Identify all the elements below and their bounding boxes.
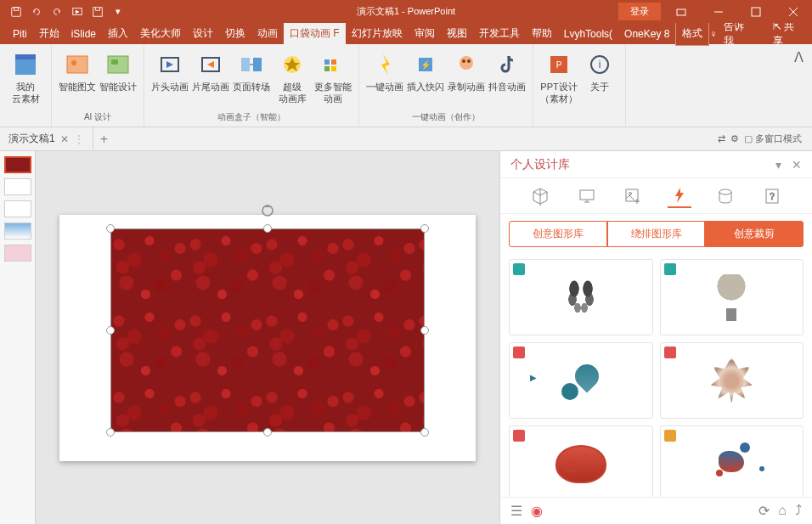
resize-handle[interactable] [263, 428, 272, 437]
collapse-ribbon-icon[interactable]: ᐱ [786, 44, 812, 127]
resize-handle[interactable] [420, 428, 429, 437]
cloud-material-button[interactable]: 我的 云素材 [7, 51, 44, 105]
super-animlib-button[interactable]: 超级 动画库 [273, 51, 311, 105]
minimize-icon[interactable] [702, 0, 736, 23]
subtab-creative-shapes[interactable]: 创意图形库 [509, 221, 607, 247]
svg-text:?: ? [770, 192, 775, 201]
outro-anim-button[interactable]: 片尾动画 [192, 51, 229, 93]
subtab-wrap-shapes[interactable]: 绕排图形库 [607, 221, 706, 247]
help-icon[interactable]: ? [760, 184, 784, 208]
tab-insert[interactable]: 插入 [102, 22, 134, 45]
tab-lvyhtools[interactable]: LvyhTools( [558, 24, 618, 44]
cube-icon[interactable] [528, 184, 552, 208]
intro-anim-button[interactable]: 片头动画 [151, 51, 189, 93]
panel-dropdown-icon[interactable]: ▾ [775, 158, 781, 172]
slide-canvas[interactable] [36, 151, 499, 524]
thumb-2[interactable] [4, 178, 31, 195]
selected-image[interactable] [110, 228, 425, 432]
tab-help[interactable]: 帮助 [526, 22, 558, 45]
tab-slideshow[interactable]: 幻灯片放映 [346, 22, 409, 45]
smart-graphic-button[interactable]: 智能图文 [59, 51, 96, 93]
add-tab-button[interactable]: + [93, 132, 115, 147]
svg-rect-4 [677, 9, 685, 15]
title-bar: ▾ 演示文稿1 - PowerPoint 登录 [0, 0, 812, 23]
page-transition-button[interactable]: 页面转场 [233, 51, 270, 93]
start-icon[interactable] [68, 3, 87, 21]
smart-design-button[interactable]: 智能设计 [99, 51, 137, 93]
more-anim-button[interactable]: 更多智能 动画 [314, 51, 352, 105]
svg-rect-14 [111, 59, 118, 65]
svg-rect-22 [331, 59, 336, 65]
home-icon[interactable]: ⌂ [778, 503, 787, 519]
tell-me-input[interactable]: 告诉我 [724, 20, 748, 48]
upload-icon[interactable]: ⤴ [795, 503, 802, 519]
undo-icon[interactable] [27, 3, 46, 21]
save-icon[interactable] [7, 3, 25, 21]
redo-icon[interactable] [48, 3, 66, 21]
douyin-anim-button[interactable]: 抖音动画 [488, 51, 526, 93]
thumb-5[interactable] [4, 245, 31, 262]
template-card-butterfly[interactable] [509, 259, 653, 335]
template-card-leaf[interactable] [660, 342, 804, 419]
template-card-bulb[interactable] [660, 259, 804, 335]
slide-thumbnails [0, 151, 36, 524]
design-library-panel: 个人设计库 ▾ ✕ ? 创意图形库 绕排图形库 创意裁剪 ▶ [499, 151, 812, 524]
close-icon[interactable]: ✕ [60, 133, 69, 145]
template-card-splash[interactable] [660, 425, 804, 497]
resize-handle[interactable] [106, 224, 115, 233]
svg-rect-21 [324, 59, 330, 65]
tab-islide[interactable]: iSlide [65, 24, 102, 44]
tab-piti[interactable]: Piti [7, 24, 33, 44]
resize-handle[interactable] [420, 224, 429, 233]
about-button[interactable]: i关于 [581, 51, 618, 93]
close-icon[interactable] [776, 0, 810, 23]
lightning-icon[interactable] [668, 184, 691, 208]
panel-footer: ☰ ◉ ⟳ ⌂ ⤴ [500, 497, 812, 524]
maximize-icon[interactable] [739, 0, 773, 23]
template-card-drops[interactable]: ▶ [509, 342, 653, 419]
thumb-4[interactable] [4, 223, 31, 239]
tab-home[interactable]: 开始 [33, 22, 65, 45]
oneclick-anim-button[interactable]: 一键动画 [366, 51, 403, 93]
rotate-handle-icon[interactable] [260, 203, 275, 222]
resize-handle[interactable] [263, 224, 272, 233]
resize-handle[interactable] [106, 326, 115, 335]
gear-icon[interactable]: ⚙ [730, 133, 739, 144]
menu-icon[interactable]: ☰ [510, 503, 522, 519]
ppt-design-button[interactable]: PPPT设计 （素材） [540, 51, 578, 105]
record-anim-button[interactable]: 录制动画 [448, 51, 485, 93]
badge-icon [513, 347, 525, 358]
tab-developer[interactable]: 开发工具 [473, 22, 526, 45]
image-plus-icon[interactable] [621, 184, 645, 208]
resize-handle[interactable] [420, 326, 429, 335]
disk-icon[interactable] [713, 184, 737, 208]
refresh-icon[interactable]: ⟳ [758, 503, 770, 519]
resize-handle[interactable] [106, 428, 115, 437]
login-button[interactable]: 登录 [618, 3, 661, 20]
multiwindow-icon[interactable]: ▢ 多窗口模式 [744, 132, 802, 145]
tab-format[interactable]: 格式 [675, 21, 709, 46]
camera-icon[interactable]: ◉ [531, 503, 543, 519]
doc-tab-1[interactable]: 演示文稿1 ✕ ⋮ [0, 127, 93, 150]
save2-icon[interactable] [88, 3, 107, 21]
tab-transitions[interactable]: 切换 [219, 22, 251, 45]
tab-design[interactable]: 设计 [187, 22, 219, 45]
svg-point-29 [467, 59, 471, 63]
subtab-creative-crop[interactable]: 创意裁剪 [705, 221, 804, 247]
tab-animations[interactable]: 动画 [251, 22, 284, 45]
switch-icon[interactable]: ⇄ [718, 133, 725, 144]
template-card-pig[interactable] [509, 425, 653, 497]
tab-onekey[interactable]: OneKey 8 [618, 24, 675, 44]
panel-close-icon[interactable]: ✕ [792, 158, 802, 172]
tab-pocket-anim[interactable]: 口袋动画 F [284, 22, 346, 45]
thumb-1[interactable] [4, 156, 31, 173]
qat-more-icon[interactable]: ▾ [109, 3, 127, 21]
tab-beautify[interactable]: 美化大师 [134, 22, 187, 45]
thumb-3[interactable] [4, 200, 31, 217]
screen-icon[interactable] [575, 184, 599, 208]
panel-subtabs: 创意图形库 绕排图形库 创意裁剪 [500, 214, 812, 254]
tab-review[interactable]: 审阅 [409, 22, 441, 45]
tab-view[interactable]: 视图 [441, 22, 473, 45]
insert-flash-button[interactable]: ⚡插入快闪 [407, 51, 444, 93]
ribbon-options-icon[interactable] [664, 0, 698, 23]
